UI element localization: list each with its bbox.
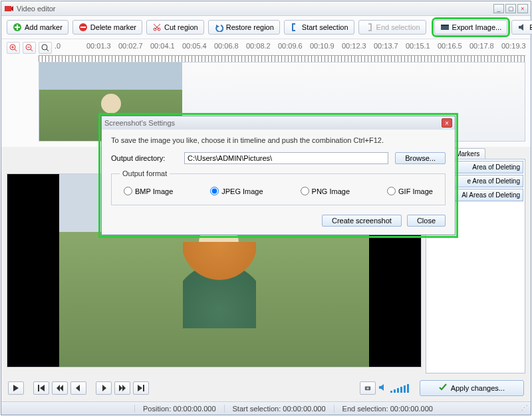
- next-frame-button[interactable]: [96, 381, 112, 395]
- screenshot-settings-dialog: Screenshot's Settings × To save the imag…: [101, 116, 456, 235]
- export-audio-label: Export Audio...: [529, 23, 532, 31]
- delete-marker-label: Delete marker: [90, 23, 136, 31]
- bracket-right-icon: [364, 23, 374, 32]
- svg-marker-13: [13, 385, 19, 391]
- statusbar: Position: 00:00:00.000 Start selection: …: [1, 401, 531, 415]
- svg-point-12: [42, 45, 47, 50]
- plus-icon: [13, 23, 22, 32]
- dialog-hint: To save the image you like, choose it in…: [111, 136, 446, 144]
- create-screenshot-button[interactable]: Create screenshot: [322, 215, 402, 227]
- dialog-title: Screenshot's Settings: [104, 119, 175, 127]
- film-icon: [440, 23, 450, 32]
- scissors-icon: [152, 23, 162, 32]
- audio-icon: [517, 23, 527, 32]
- output-directory-label: Output directory:: [111, 154, 178, 162]
- svg-marker-1: [11, 6, 13, 11]
- app-icon: [4, 4, 13, 13]
- svg-rect-14: [38, 385, 39, 391]
- end-selection-label: End selection: [376, 23, 420, 31]
- svg-marker-15: [40, 385, 45, 391]
- status-end-selection: End selection: 00:00:00.000: [334, 405, 441, 413]
- svg-marker-20: [119, 385, 122, 391]
- prev-frame-button[interactable]: [70, 381, 86, 395]
- output-format-group: Output format BMP Image JPEG Image PNG I…: [111, 169, 446, 205]
- screenshot-button[interactable]: [360, 381, 376, 395]
- bracket-left-icon: [290, 23, 299, 32]
- minimize-button[interactable]: _: [493, 4, 504, 13]
- format-png-option[interactable]: PNG Image: [301, 187, 350, 195]
- add-marker-label: Add marker: [25, 23, 63, 31]
- svg-marker-19: [102, 385, 106, 391]
- cut-region-button[interactable]: Cut region: [146, 20, 204, 35]
- export-audio-button[interactable]: Export Audio...: [511, 20, 532, 35]
- svg-marker-22: [138, 385, 142, 391]
- cut-region-label: Cut region: [164, 23, 198, 31]
- go-start-button[interactable]: [33, 381, 49, 395]
- restore-region-button[interactable]: Restore region: [208, 20, 280, 35]
- dialog-close-button[interactable]: ×: [442, 118, 452, 128]
- svg-marker-21: [122, 385, 126, 391]
- check-icon: [439, 383, 447, 393]
- ruler-marks: [39, 55, 525, 62]
- svg-marker-17: [60, 385, 63, 391]
- restore-region-label: Restore region: [226, 23, 274, 31]
- status-position: Position: 00:00:00.000: [134, 405, 224, 413]
- status-start-selection: Start selection: 00:00:00.000: [224, 405, 334, 413]
- resize-grip-icon[interactable]: ⋰: [521, 404, 531, 413]
- screenshot-settings-highlight: Screenshot's Settings × To save the imag…: [98, 113, 458, 238]
- svg-marker-18: [76, 385, 80, 391]
- go-end-button[interactable]: [133, 381, 149, 395]
- svg-rect-23: [143, 385, 144, 391]
- undo-icon: [214, 23, 223, 32]
- format-bmp-option[interactable]: BMP Image: [124, 187, 173, 195]
- svg-point-25: [366, 387, 368, 389]
- output-format-legend: Output format: [120, 169, 170, 177]
- svg-marker-9: [519, 24, 523, 31]
- apply-changes-button[interactable]: Apply changes...: [420, 380, 524, 396]
- volume-bars[interactable]: [390, 383, 409, 393]
- play-button[interactable]: [8, 381, 24, 395]
- minus-icon: [78, 23, 88, 32]
- zoom-fit-button[interactable]: [39, 42, 52, 54]
- export-image-button[interactable]: Export Image...: [434, 20, 508, 35]
- prev-fast-button[interactable]: [52, 381, 68, 395]
- next-fast-button[interactable]: [114, 381, 130, 395]
- svg-marker-26: [379, 384, 384, 391]
- speaker-icon[interactable]: [378, 383, 388, 393]
- start-selection-label: Start selection: [302, 23, 348, 31]
- export-image-label: Export Image...: [452, 23, 502, 31]
- close-window-button[interactable]: ×: [517, 4, 528, 13]
- maximize-button[interactable]: ▢: [505, 4, 516, 13]
- add-marker-button[interactable]: Add marker: [7, 20, 68, 35]
- timeline-ruler[interactable]: .000:01.300:02.700:04.100:05.400:06.800:…: [55, 42, 525, 54]
- svg-marker-16: [57, 385, 60, 391]
- format-gif-option[interactable]: GIF Image: [387, 187, 433, 195]
- toolbar: Add marker Delete marker Cut region Rest…: [1, 16, 531, 39]
- dialog-close-action-button[interactable]: Close: [407, 215, 446, 227]
- transport-bar: Apply changes...: [1, 376, 531, 401]
- output-directory-input[interactable]: [184, 152, 388, 164]
- apply-label: Apply changes...: [451, 384, 505, 392]
- dialog-titlebar: Screenshot's Settings ×: [102, 116, 455, 130]
- window-title: Video editor: [17, 5, 492, 13]
- zoom-out-button[interactable]: [23, 42, 36, 54]
- end-selection-button: End selection: [358, 20, 426, 35]
- svg-rect-0: [5, 6, 11, 11]
- format-jpeg-option[interactable]: JPEG Image: [210, 187, 263, 195]
- titlebar: Video editor _ ▢ ×: [1, 1, 531, 16]
- svg-rect-8: [441, 25, 449, 26]
- delete-marker-button[interactable]: Delete marker: [72, 20, 142, 35]
- zoom-in-button[interactable]: [7, 42, 20, 54]
- browse-button[interactable]: Browse...: [395, 152, 446, 164]
- start-selection-button[interactable]: Start selection: [284, 20, 354, 35]
- svg-marker-6: [216, 25, 219, 28]
